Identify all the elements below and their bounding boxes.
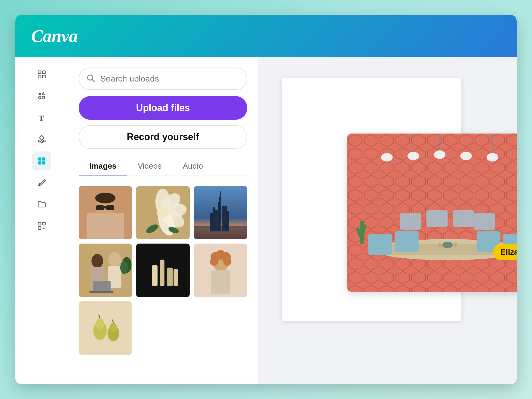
svg-rect-2 [38,75,41,78]
svg-rect-99 [426,210,448,227]
cursor-tooltip: Elizabeth [493,236,517,260]
app-window: Canva [15,15,517,384]
svg-rect-94 [368,234,392,255]
svg-rect-63 [174,269,178,286]
record-yourself-button[interactable]: Record yourself [79,125,247,149]
svg-point-58 [120,261,128,274]
svg-point-51 [92,254,103,268]
svg-rect-19 [43,228,45,229]
svg-point-89 [460,152,472,160]
svg-line-23 [92,79,94,82]
text-icon: T [37,113,46,122]
svg-point-70 [223,258,231,266]
svg-rect-101 [474,213,495,230]
svg-text:T: T [39,113,44,122]
sidebar-item-folder[interactable] [32,195,51,214]
sidebar-item-grid[interactable] [32,65,51,84]
uploads-panel: Upload files Record yourself Images Vide… [68,57,258,384]
list-item[interactable] [79,301,132,355]
svg-point-69 [210,258,218,266]
svg-point-53 [108,252,121,267]
list-item[interactable] [136,244,189,297]
media-tabs: Images Videos Audio [79,157,247,175]
svg-rect-56 [89,291,113,293]
svg-rect-49 [194,226,247,240]
svg-rect-98 [400,213,421,230]
svg-rect-61 [160,260,164,286]
app-logo: Canva [31,26,78,46]
grid-icon [37,70,46,79]
list-item[interactable] [136,186,189,239]
svg-point-103 [438,243,441,247]
list-item[interactable] [79,244,132,297]
svg-point-11 [43,140,45,142]
svg-point-85 [407,152,419,160]
svg-point-30 [95,193,116,203]
sidebar-item-elements[interactable] [32,87,51,106]
svg-point-4 [39,97,41,99]
svg-rect-18 [38,227,41,230]
svg-rect-71 [211,270,230,294]
sidebar-item-more[interactable] [32,216,51,235]
svg-rect-29 [104,206,106,208]
svg-rect-55 [93,281,111,292]
svg-rect-15 [42,162,45,165]
folder-icon [37,200,46,209]
svg-rect-46 [220,191,221,231]
tab-videos[interactable]: Videos [127,157,172,175]
more-icon [37,221,46,231]
app-header: Canva [15,15,517,57]
svg-point-22 [88,75,93,80]
list-item[interactable] [79,186,132,239]
svg-rect-62 [167,268,173,286]
svg-rect-12 [38,158,41,161]
svg-rect-27 [96,205,104,210]
svg-point-83 [381,153,393,162]
elements-icon [37,91,46,101]
cursor-label: Elizabeth [493,244,517,260]
svg-point-9 [41,141,43,143]
svg-rect-5 [42,97,44,99]
main-area: T [15,57,517,384]
search-input[interactable] [79,68,247,90]
svg-marker-6 [42,93,45,95]
tab-images[interactable]: Images [79,157,127,175]
draw-icon [37,178,46,187]
sidebar-item-uploads[interactable] [32,151,51,170]
svg-rect-3 [42,75,45,78]
svg-rect-0 [38,71,41,74]
list-item[interactable] [194,186,247,239]
sidebar-item-apps[interactable] [32,130,51,149]
svg-rect-60 [152,265,158,286]
uploads-icon [37,156,46,166]
dining-room-image[interactable]: Elizabeth [347,134,517,292]
svg-point-87 [434,150,445,159]
sidebar-item-draw[interactable] [32,173,51,192]
svg-point-74 [96,318,104,330]
svg-point-7 [39,93,41,95]
canvas-area: Elizabeth [258,57,517,384]
apps-icon [37,135,46,144]
upload-files-button[interactable]: Upload files [79,96,247,120]
svg-rect-1 [42,71,45,74]
svg-rect-28 [106,205,114,210]
sidebar-item-text[interactable]: T [32,108,51,127]
svg-rect-100 [453,210,474,227]
tab-audio[interactable]: Audio [172,157,214,175]
svg-rect-16 [38,222,41,225]
svg-rect-14 [38,162,41,165]
list-item[interactable] [194,244,247,297]
svg-point-102 [442,242,453,248]
search-icon [86,73,96,84]
svg-point-77 [110,323,117,332]
svg-rect-26 [87,213,124,239]
svg-point-10 [38,140,40,142]
svg-point-37 [157,207,169,219]
search-container [79,68,247,90]
sidebar: T [15,57,68,384]
svg-point-104 [454,243,457,247]
svg-rect-13 [42,158,45,161]
svg-rect-95 [395,231,419,252]
svg-rect-17 [42,222,45,225]
image-grid [79,186,247,355]
